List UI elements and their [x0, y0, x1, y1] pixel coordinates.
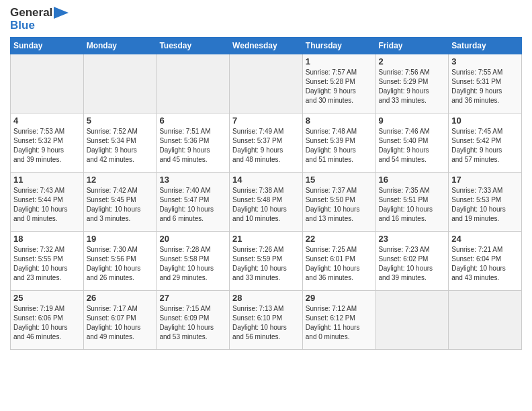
day-number: 8 — [306, 116, 373, 126]
calendar-cell: 21Sunrise: 7:26 AM Sunset: 5:59 PM Dayli… — [230, 232, 303, 291]
day-info: Sunrise: 7:25 AM Sunset: 6:01 PM Dayligh… — [306, 245, 373, 283]
day-info: Sunrise: 7:19 AM Sunset: 6:06 PM Dayligh… — [13, 304, 81, 342]
calendar-cell: 2Sunrise: 7:56 AM Sunset: 5:29 PM Daylig… — [375, 54, 449, 113]
calendar-cell: 23Sunrise: 7:23 AM Sunset: 6:02 PM Dayli… — [375, 232, 449, 291]
day-info: Sunrise: 7:30 AM Sunset: 5:56 PM Dayligh… — [87, 245, 154, 283]
logo-display: General Blue — [10, 7, 69, 32]
calendar-cell: 5Sunrise: 7:52 AM Sunset: 5:34 PM Daylig… — [83, 113, 157, 173]
day-info: Sunrise: 7:45 AM Sunset: 5:42 PM Dayligh… — [451, 127, 519, 165]
day-number: 26 — [87, 293, 154, 303]
calendar-cell: 18Sunrise: 7:32 AM Sunset: 5:55 PM Dayli… — [11, 232, 84, 291]
week-row-0: 1Sunrise: 7:57 AM Sunset: 5:28 PM Daylig… — [11, 54, 522, 113]
day-number: 5 — [87, 116, 154, 126]
day-info: Sunrise: 7:32 AM Sunset: 5:55 PM Dayligh… — [13, 245, 81, 283]
day-info: Sunrise: 7:46 AM Sunset: 5:40 PM Dayligh… — [379, 127, 446, 165]
header-friday: Friday — [375, 38, 449, 54]
day-number: 29 — [306, 293, 373, 303]
day-number: 2 — [379, 56, 446, 66]
week-row-2: 11Sunrise: 7:43 AM Sunset: 5:44 PM Dayli… — [11, 173, 522, 232]
calendar-cell: 12Sunrise: 7:42 AM Sunset: 5:45 PM Dayli… — [83, 173, 157, 232]
calendar-cell: 4Sunrise: 7:53 AM Sunset: 5:32 PM Daylig… — [11, 113, 84, 173]
day-info: Sunrise: 7:53 AM Sunset: 5:32 PM Dayligh… — [13, 127, 81, 165]
day-info: Sunrise: 7:28 AM Sunset: 5:58 PM Dayligh… — [159, 245, 226, 283]
page-container: General Blue SundayMondayTuesdayWednesda… — [0, 0, 532, 357]
header-monday: Monday — [83, 38, 157, 54]
day-info: Sunrise: 7:52 AM Sunset: 5:34 PM Dayligh… — [87, 127, 154, 165]
calendar-cell: 29Sunrise: 7:12 AM Sunset: 6:12 PM Dayli… — [302, 291, 375, 350]
calendar-cell: 26Sunrise: 7:17 AM Sunset: 6:07 PM Dayli… — [83, 291, 157, 350]
day-info: Sunrise: 7:12 AM Sunset: 6:12 PM Dayligh… — [306, 304, 373, 342]
calendar-cell: 9Sunrise: 7:46 AM Sunset: 5:40 PM Daylig… — [375, 113, 449, 173]
day-number: 13 — [159, 175, 226, 185]
logo-arrow-icon — [54, 7, 69, 19]
calendar-cell — [157, 54, 230, 113]
calendar-cell: 22Sunrise: 7:25 AM Sunset: 6:01 PM Dayli… — [302, 232, 375, 291]
day-number: 4 — [13, 116, 81, 126]
day-info: Sunrise: 7:21 AM Sunset: 6:04 PM Dayligh… — [451, 245, 519, 283]
calendar-cell — [83, 54, 157, 113]
logo-blue: Blue — [10, 19, 69, 32]
day-info: Sunrise: 7:49 AM Sunset: 5:37 PM Dayligh… — [232, 127, 300, 165]
calendar-cell: 15Sunrise: 7:37 AM Sunset: 5:50 PM Dayli… — [302, 173, 375, 232]
week-row-4: 25Sunrise: 7:19 AM Sunset: 6:06 PM Dayli… — [11, 291, 522, 350]
day-info: Sunrise: 7:26 AM Sunset: 5:59 PM Dayligh… — [232, 245, 300, 283]
day-number: 20 — [159, 234, 226, 244]
day-info: Sunrise: 7:23 AM Sunset: 6:02 PM Dayligh… — [379, 245, 446, 283]
header-sunday: Sunday — [11, 38, 84, 54]
day-info: Sunrise: 7:42 AM Sunset: 5:45 PM Dayligh… — [87, 186, 154, 224]
calendar-cell — [11, 54, 84, 113]
header-tuesday: Tuesday — [157, 38, 230, 54]
calendar-cell: 27Sunrise: 7:15 AM Sunset: 6:09 PM Dayli… — [157, 291, 230, 350]
day-number: 25 — [13, 293, 81, 303]
week-row-1: 4Sunrise: 7:53 AM Sunset: 5:32 PM Daylig… — [11, 113, 522, 173]
day-info: Sunrise: 7:35 AM Sunset: 5:51 PM Dayligh… — [379, 186, 446, 224]
calendar-cell: 24Sunrise: 7:21 AM Sunset: 6:04 PM Dayli… — [449, 232, 522, 291]
calendar-cell: 6Sunrise: 7:51 AM Sunset: 5:36 PM Daylig… — [157, 113, 230, 173]
day-info: Sunrise: 7:38 AM Sunset: 5:48 PM Dayligh… — [232, 186, 300, 224]
header-thursday: Thursday — [302, 38, 375, 54]
day-number: 1 — [306, 56, 373, 66]
calendar-cell: 19Sunrise: 7:30 AM Sunset: 5:56 PM Dayli… — [83, 232, 157, 291]
day-number: 17 — [451, 175, 519, 185]
calendar-cell: 20Sunrise: 7:28 AM Sunset: 5:58 PM Dayli… — [157, 232, 230, 291]
day-info: Sunrise: 7:56 AM Sunset: 5:29 PM Dayligh… — [379, 68, 446, 105]
calendar-cell: 13Sunrise: 7:40 AM Sunset: 5:47 PM Dayli… — [157, 173, 230, 232]
day-info: Sunrise: 7:57 AM Sunset: 5:28 PM Dayligh… — [306, 68, 373, 105]
calendar-cell: 11Sunrise: 7:43 AM Sunset: 5:44 PM Dayli… — [11, 173, 84, 232]
day-number: 7 — [232, 116, 300, 126]
day-number: 11 — [13, 175, 81, 185]
day-number: 27 — [159, 293, 226, 303]
calendar-cell — [230, 54, 303, 113]
day-number: 19 — [87, 234, 154, 244]
day-number: 18 — [13, 234, 81, 244]
page-header: General Blue — [10, 7, 522, 32]
header-wednesday: Wednesday — [230, 38, 303, 54]
calendar-cell: 7Sunrise: 7:49 AM Sunset: 5:37 PM Daylig… — [230, 113, 303, 173]
calendar-cell — [449, 291, 522, 350]
day-info: Sunrise: 7:48 AM Sunset: 5:39 PM Dayligh… — [306, 127, 373, 165]
day-info: Sunrise: 7:15 AM Sunset: 6:09 PM Dayligh… — [159, 304, 226, 342]
calendar-cell: 25Sunrise: 7:19 AM Sunset: 6:06 PM Dayli… — [11, 291, 84, 350]
calendar-cell: 16Sunrise: 7:35 AM Sunset: 5:51 PM Dayli… — [375, 173, 449, 232]
calendar-table: SundayMondayTuesdayWednesdayThursdayFrid… — [10, 37, 522, 350]
calendar-cell: 1Sunrise: 7:57 AM Sunset: 5:28 PM Daylig… — [302, 54, 375, 113]
day-info: Sunrise: 7:51 AM Sunset: 5:36 PM Dayligh… — [159, 127, 226, 165]
day-number: 24 — [451, 234, 519, 244]
week-row-3: 18Sunrise: 7:32 AM Sunset: 5:55 PM Dayli… — [11, 232, 522, 291]
day-number: 10 — [451, 116, 519, 126]
logo-general: General — [10, 7, 52, 19]
day-info: Sunrise: 7:55 AM Sunset: 5:31 PM Dayligh… — [451, 68, 519, 105]
day-number: 14 — [232, 175, 300, 185]
day-number: 6 — [159, 116, 226, 126]
day-number: 9 — [379, 116, 446, 126]
day-info: Sunrise: 7:13 AM Sunset: 6:10 PM Dayligh… — [232, 304, 300, 342]
calendar-cell: 8Sunrise: 7:48 AM Sunset: 5:39 PM Daylig… — [302, 113, 375, 173]
day-number: 3 — [451, 56, 519, 66]
day-number: 12 — [87, 175, 154, 185]
calendar-header-row: SundayMondayTuesdayWednesdayThursdayFrid… — [11, 38, 522, 54]
day-info: Sunrise: 7:40 AM Sunset: 5:47 PM Dayligh… — [159, 186, 226, 224]
logo: General Blue — [10, 7, 69, 32]
svg-marker-0 — [54, 7, 69, 19]
day-number: 22 — [306, 234, 373, 244]
calendar-cell: 3Sunrise: 7:55 AM Sunset: 5:31 PM Daylig… — [449, 54, 522, 113]
